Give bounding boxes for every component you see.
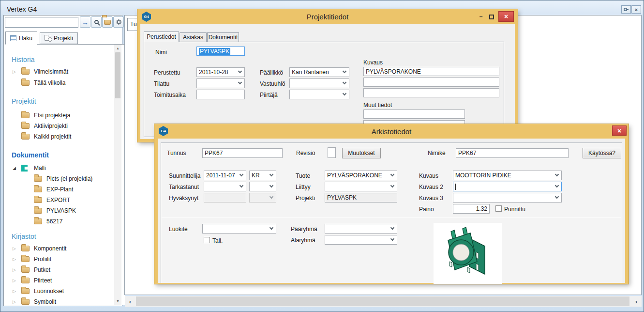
scroll-down-icon[interactable]: ▾ (114, 297, 121, 305)
folder-icon (21, 267, 30, 273)
muut-tiedot1-field[interactable] (363, 109, 465, 119)
separator (162, 165, 621, 165)
tab-projekti[interactable]: Projekti (40, 32, 78, 44)
paino-label: Paino (419, 206, 434, 213)
tab-dokumentit[interactable]: Dokumentit (207, 32, 239, 42)
folder-icon (21, 299, 30, 305)
search-button[interactable] (91, 16, 102, 28)
liittyy-combo[interactable] (325, 182, 397, 191)
suunnittelija-label: Suunnittelija (169, 172, 200, 179)
tall-label: Tall. (212, 237, 223, 244)
kuvaus2-combo[interactable] (453, 182, 562, 191)
sidebar-scrollbar[interactable]: ▴ ▾ (114, 45, 121, 305)
paino-field[interactable]: 1.32 (453, 204, 490, 214)
vastuuhlo-combo[interactable] (289, 78, 349, 88)
suunnittelija-date-combo[interactable]: 2011-11-07 (204, 171, 246, 180)
scrollbar-thumb[interactable] (136, 296, 629, 306)
hyvaksynyt-date-field (204, 193, 246, 203)
settings-button[interactable] (113, 16, 124, 28)
nimike-label: Nimike (428, 150, 446, 156)
muutokset-button[interactable]: Muutokset (342, 148, 381, 158)
tarkastanut-date-combo[interactable] (204, 182, 246, 191)
expander-collapsed-icon[interactable]: ▷ (13, 246, 16, 251)
tab-asiakas[interactable]: Asiakas (180, 32, 207, 42)
minimize-button[interactable]: – (476, 12, 486, 21)
luokite-combo[interactable] (202, 224, 276, 234)
tilattu-combo[interactable] (196, 78, 245, 88)
pin-panel-button[interactable] (621, 5, 631, 14)
expander-collapsed-icon[interactable]: ▷ (13, 289, 16, 294)
close-panel-button[interactable]: × (631, 5, 641, 14)
expander-collapsed-icon[interactable]: ▷ (13, 299, 16, 304)
piirtaja-combo[interactable] (289, 90, 349, 99)
kuvaus3-combo[interactable] (453, 193, 562, 203)
kuvaus2-field[interactable] (363, 78, 499, 87)
liittyy-label: Liittyy (296, 184, 311, 190)
scroll-left-icon[interactable]: ‹ (125, 296, 135, 307)
paaryhma-combo[interactable] (325, 224, 397, 234)
tree-heading-projektit: Projektit (12, 97, 36, 105)
project-dialog: G4 Projektitiedot – × Perustiedot Asiaka… (137, 9, 518, 142)
text-cursor (455, 184, 456, 190)
scrollbar-thumb[interactable] (115, 52, 120, 98)
paallikko-combo[interactable]: Kari Rantanen (289, 67, 349, 77)
perustettu-combo[interactable]: 2011-10-28 (196, 67, 245, 77)
kuvaus3-field[interactable] (363, 88, 499, 97)
tuote-combo[interactable]: PYLVÄSPORAKONE (325, 171, 397, 180)
tunnus-field[interactable]: PPK67 (202, 148, 283, 158)
close-button[interactable]: × (612, 125, 627, 136)
kaytossa-button[interactable]: Käytössä? (583, 148, 621, 158)
go-button[interactable]: → (80, 16, 90, 28)
luokite-label: Luokite (169, 226, 188, 233)
model-icon (21, 165, 28, 172)
tab-haku[interactable]: Haku (5, 31, 37, 45)
close-icon: × (617, 127, 621, 135)
browse-button[interactable] (102, 16, 113, 28)
folder-icon (104, 20, 111, 25)
alaryhma-combo[interactable] (325, 235, 397, 245)
suunnittelija-id-combo[interactable]: KR (249, 171, 276, 180)
search-input[interactable] (5, 17, 78, 28)
kuvaus-combo[interactable]: MOOTTORIN PIDIKE (453, 171, 562, 180)
folder-icon (34, 218, 42, 224)
nimi-field[interactable]: PYLVASPK (196, 47, 245, 56)
chevron-down-icon (555, 195, 559, 199)
window-title: Vertex G4 (7, 5, 37, 13)
expander-collapsed-icon[interactable]: ▷ (13, 278, 16, 283)
tall-checkbox[interactable] (204, 237, 210, 243)
folder-icon (21, 123, 30, 129)
nimike-field[interactable]: PPK67 (456, 148, 569, 158)
nimi-label: Nimi (155, 49, 167, 56)
go-arrow-icon: → (82, 18, 89, 26)
revisio-field[interactable] (328, 147, 336, 158)
kuvaus1-field[interactable]: PYLVÄSPORAKONE (363, 67, 499, 76)
alaryhma-label: Alaryhmä (291, 237, 315, 244)
toimitusaika-label: Toimitusaika (154, 92, 186, 98)
folder-icon (21, 69, 30, 75)
chevron-down-icon (390, 226, 394, 230)
content-tab-partial[interactable]: Tun (127, 18, 138, 31)
chevron-down-icon (390, 184, 394, 187)
expander-collapsed-icon[interactable]: ▷ (13, 267, 16, 272)
tarkastanut-label: Tarkastanut (169, 184, 199, 190)
project-folder-clock-icon (45, 36, 51, 41)
folder-icon (21, 288, 30, 294)
chevron-down-icon (390, 237, 394, 241)
close-button[interactable]: × (498, 11, 514, 22)
horizontal-scrollbar[interactable]: ‹ › (125, 296, 642, 307)
maximize-button[interactable] (487, 13, 496, 21)
tab-perustiedot[interactable]: Perustiedot (144, 31, 179, 42)
gear-icon (116, 19, 122, 25)
toimitusaika-field[interactable] (196, 90, 245, 99)
punnittu-checkbox[interactable] (495, 205, 502, 212)
expander-expanded-icon[interactable]: ◢ (13, 166, 16, 171)
expander-collapsed-icon[interactable]: ▷ (13, 69, 16, 74)
vastuuhlo-label: Vastuuhlö (260, 80, 285, 87)
punnittu-label: Punnittu (504, 206, 525, 213)
expander-collapsed-icon[interactable]: ▷ (13, 257, 16, 262)
scroll-right-icon[interactable]: › (631, 296, 642, 307)
scroll-up-icon[interactable]: ▴ (114, 45, 121, 52)
tree-heading-dokumentit: Dokumentit (12, 151, 49, 159)
tarkastanut-id-combo[interactable] (249, 182, 276, 191)
chevron-down-icon (270, 184, 273, 187)
